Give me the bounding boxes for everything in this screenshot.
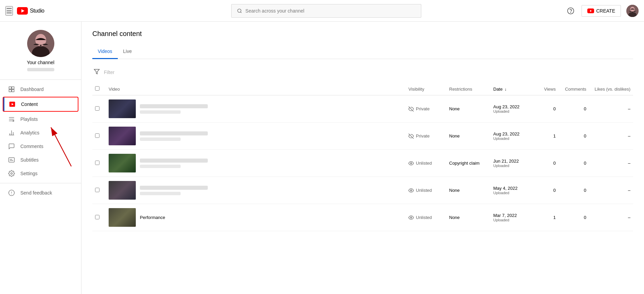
sidebar-item-comments[interactable]: Comments	[0, 140, 81, 153]
sort-arrow: ↓	[504, 87, 507, 92]
youtube-logo-icon	[17, 7, 28, 15]
sidebar-divider-bottom	[0, 183, 81, 183]
help-circle-icon	[567, 7, 574, 15]
tabs: Videos Live	[92, 44, 633, 59]
restrictions-text: None	[449, 188, 460, 193]
date-cell: May 4, 2022 Uploaded	[491, 177, 531, 204]
create-video-icon	[587, 8, 594, 13]
comments-value: 0	[584, 188, 586, 193]
subtitles-icon	[8, 157, 15, 163]
views-value: 0	[553, 188, 556, 193]
search-input[interactable]	[245, 8, 416, 14]
date-cell: Aug 23, 2022 Uploaded	[491, 123, 531, 150]
visibility-value: Unlisted	[408, 161, 444, 166]
svg-point-37	[410, 190, 412, 191]
svg-point-29	[11, 173, 13, 174]
sidebar-item-dashboard[interactable]: Dashboard	[0, 82, 81, 96]
header-left: ☰ Studio	[5, 6, 87, 16]
video-thumbnail[interactable]	[109, 181, 136, 200]
video-text	[140, 159, 208, 168]
video-cell: Performance	[106, 204, 406, 231]
restrictions-cell: None	[446, 177, 491, 204]
video-thumbnail[interactable]	[109, 208, 136, 227]
visibility-text: Unlisted	[416, 161, 432, 166]
header-right: CREATE	[565, 5, 639, 17]
filter-placeholder: Filter	[104, 70, 114, 75]
header: ☰ Studio CREATE	[0, 0, 644, 22]
th-likes: Likes (vs. dislikes)	[589, 83, 633, 95]
video-text	[140, 186, 208, 195]
visibility-cell: Unlisted	[406, 150, 446, 177]
row-checkbox-0[interactable]	[95, 106, 99, 111]
video-title-blurred	[140, 131, 208, 135]
create-button[interactable]: CREATE	[582, 5, 621, 17]
dashboard-icon	[8, 86, 15, 93]
comments-cell: 0	[558, 95, 589, 123]
create-label: CREATE	[596, 8, 615, 14]
menu-button[interactable]: ☰	[5, 6, 13, 16]
comments-cell: 0	[558, 150, 589, 177]
views-cell: 0	[531, 150, 558, 177]
row-checkbox-3[interactable]	[95, 188, 99, 192]
video-text	[140, 131, 208, 141]
video-thumbnail[interactable]	[109, 127, 136, 145]
restrictions-text: None	[449, 133, 460, 139]
filter-row: Filter	[92, 65, 633, 80]
sidebar-item-playlists[interactable]: Playlists	[0, 112, 81, 126]
sidebar-item-analytics[interactable]: Analytics	[0, 126, 81, 140]
eye-icon	[408, 188, 414, 193]
avatar[interactable]	[626, 5, 639, 17]
visibility-text: Private	[416, 106, 429, 111]
help-button[interactable]	[565, 5, 576, 16]
table-body: Private NoneAug 23, 2022 Uploaded00– Pri…	[92, 95, 633, 231]
table-row: Unlisted Copyright claimJun 21, 2022 Upl…	[92, 150, 633, 177]
video-thumbnail[interactable]	[109, 99, 136, 118]
comments-cell: 0	[558, 177, 589, 204]
sidebar-item-settings[interactable]: Settings	[0, 167, 81, 180]
comments-value: 0	[584, 161, 586, 166]
video-subtitle-blurred	[140, 192, 181, 195]
video-info-cell	[109, 127, 403, 145]
channel-avatar[interactable]	[27, 30, 54, 57]
tab-videos[interactable]: Videos	[92, 44, 118, 59]
video-title-blurred	[140, 104, 208, 108]
channel-handle	[27, 68, 54, 71]
visibility-text: Private	[416, 133, 429, 139]
restrictions-cell: Copyright claim	[446, 150, 491, 177]
table-row: Performance Unlisted NoneMar 7, 2022 Upl…	[92, 204, 633, 231]
sidebar-item-content[interactable]: Content	[3, 97, 78, 111]
row-checkbox-1[interactable]	[95, 133, 99, 138]
likes-value: –	[628, 161, 630, 166]
comments-icon	[8, 143, 15, 150]
comments-cell: 0	[558, 123, 589, 150]
views-cell: 1	[531, 204, 558, 231]
table-row: Private NoneAug 23, 2022 Uploaded00–	[92, 95, 633, 123]
visibility-value: Private	[408, 133, 444, 139]
row-checkbox-4[interactable]	[95, 215, 99, 219]
video-info-cell	[109, 181, 403, 200]
video-cell	[106, 95, 406, 123]
video-cell	[106, 123, 406, 150]
sidebar-item-feedback[interactable]: Send feedback	[0, 186, 81, 200]
video-thumbnail[interactable]	[109, 154, 136, 172]
filter-button[interactable]	[92, 67, 101, 77]
sidebar-item-label-dashboard: Dashboard	[20, 87, 73, 92]
visibility-text: Unlisted	[416, 215, 432, 220]
sidebar-item-label-content: Content	[21, 102, 72, 107]
likes-value: –	[628, 106, 630, 111]
tab-live[interactable]: Live	[118, 44, 137, 59]
select-all-checkbox[interactable]	[95, 86, 99, 91]
video-subtitle-blurred	[140, 110, 181, 114]
restrictions-text: None	[449, 106, 460, 111]
row-checkbox-2[interactable]	[95, 161, 99, 165]
comments-value: 0	[584, 215, 586, 220]
date-cell: Jun 21, 2022 Uploaded	[491, 150, 531, 177]
th-date[interactable]: Date ↓	[491, 83, 531, 95]
views-cell: 1	[531, 123, 558, 150]
settings-icon	[8, 170, 15, 177]
feedback-icon	[8, 189, 15, 196]
content-table: Video Visibility Restrictions Date ↓ Vie…	[92, 83, 633, 231]
sidebar-item-subtitles[interactable]: Subtitles	[0, 153, 81, 167]
search-bar	[231, 4, 421, 18]
eye-off-icon	[408, 133, 414, 139]
